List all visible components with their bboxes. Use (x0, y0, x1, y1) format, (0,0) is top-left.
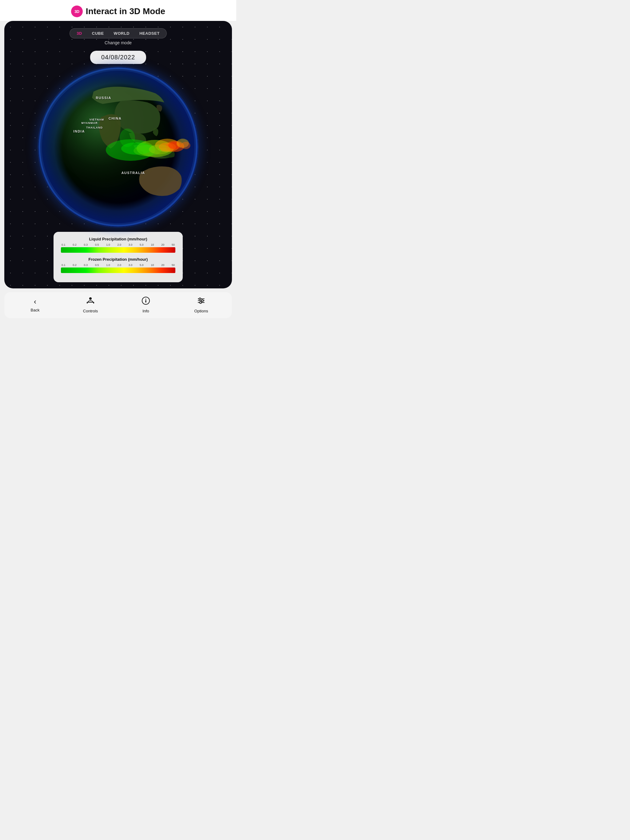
svg-point-15 (89, 297, 92, 300)
svg-rect-18 (93, 302, 94, 303)
date-pill[interactable]: 04/08/2022 (90, 51, 146, 64)
logo-text: 3D (74, 9, 79, 14)
svg-rect-16 (87, 302, 93, 303)
nav-controls[interactable]: Controls (80, 297, 101, 313)
tab-headset[interactable]: HEADSET (135, 30, 164, 37)
page-header: 3D Interact in 3D Mode (0, 0, 236, 21)
svg-point-27 (199, 302, 201, 303)
nav-options[interactable]: Options (190, 297, 212, 313)
svg-point-25 (199, 298, 201, 300)
globe[interactable]: RUSSIA CHINA INDIA AUSTRALIA MYANMAR THA… (38, 67, 198, 227)
controls-icon (86, 297, 95, 307)
svg-rect-17 (87, 302, 88, 303)
info-icon (141, 297, 150, 307)
mode-tabs: 3D CUBE WORLD HEADSET (70, 28, 167, 38)
options-label: Options (195, 309, 208, 313)
svg-point-20 (146, 299, 146, 300)
liquid-legend-title: Liquid Precipitation (mm/hour) (61, 237, 175, 242)
liquid-bar (61, 247, 175, 253)
nav-info[interactable]: Info (135, 297, 157, 313)
back-icon: ‹ (34, 297, 36, 306)
tab-world[interactable]: WORLD (109, 30, 134, 37)
mode-tabs-container: 3D CUBE WORLD HEADSET Change mode (70, 28, 167, 45)
frozen-legend-title: Frozen Precipitation (mm/hour) (61, 257, 175, 262)
frozen-scale-labels: 0.10.20.30.51.0 2.03.05.0102050 (61, 264, 175, 267)
controls-label: Controls (83, 309, 98, 313)
nav-back[interactable]: ‹ Back (24, 297, 46, 313)
svg-point-11 (181, 142, 190, 149)
svg-point-26 (201, 300, 203, 302)
logo-badge: 3D (71, 6, 83, 17)
options-icon (197, 297, 206, 307)
tab-cube[interactable]: CUBE (88, 30, 108, 37)
bottom-nav: ‹ Back Controls Info (4, 292, 232, 318)
globe-container[interactable]: RUSSIA CHINA INDIA AUSTRALIA MYANMAR THA… (38, 67, 198, 227)
info-label: Info (142, 309, 149, 313)
liquid-scale-labels: 0.10.20.30.51.0 2.03.05.0102050 (61, 243, 175, 246)
main-card: 3D CUBE WORLD HEADSET Change mode 04/08/… (4, 21, 232, 288)
frozen-bar (61, 267, 175, 273)
svg-point-12 (120, 128, 135, 147)
tab-3d[interactable]: 3D (72, 30, 86, 37)
legend-card: Liquid Precipitation (mm/hour) 0.10.20.3… (54, 232, 183, 282)
change-mode-label: Change mode (104, 40, 131, 45)
svg-rect-21 (146, 300, 146, 303)
back-label: Back (31, 308, 40, 313)
page-title: Interact in 3D Mode (86, 6, 165, 16)
